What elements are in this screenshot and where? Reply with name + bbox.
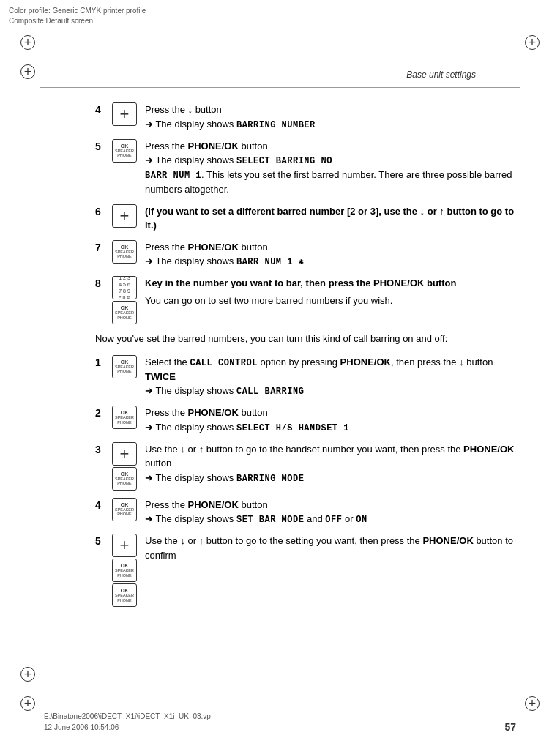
step-b1-number: 1 <box>95 355 111 368</box>
step-5-text: Press the PHONE/OK button ➜ The display … <box>145 139 516 197</box>
step-8-icon: 1 2 34 5 67 8 9* 0 # OK SPEAKERPHONE <box>111 276 138 324</box>
step-b1-icon: OK SPEAKERPHONE <box>111 355 138 378</box>
footer-path: E:\Binatone2006\iDECT_X1i\iDECT_X1i_UK_0… <box>44 711 211 722</box>
phone-ok-icon-b1: OK SPEAKERPHONE <box>112 355 137 378</box>
reg-mark-top-left <box>20 35 35 50</box>
phone-ok-icon-b5a: OK SPEAKERPHONE <box>112 559 137 582</box>
step-b5-number: 5 <box>95 534 111 547</box>
step-8-number: 8 <box>95 276 111 289</box>
plus-icon: + <box>112 102 137 126</box>
step-6-icon: + <box>111 204 138 228</box>
plus-icon-b5: + <box>112 534 137 557</box>
step-7-text: Press the PHONE/OK button ➜ The display … <box>145 240 516 269</box>
plus-icon-b3: + <box>112 442 137 466</box>
page-title: Base unit settings <box>406 70 476 80</box>
phone-ok-icon-2: OK SPEAKERPHONE <box>112 240 137 264</box>
step-b2-text: Press the PHONE/OK button ➜ The display … <box>145 406 516 435</box>
numpad-icon: 1 2 34 5 67 8 9* 0 # <box>112 276 137 299</box>
step-8-text: Key in the number you want to bar, then … <box>145 276 516 307</box>
phone-ok-icon-3: OK SPEAKERPHONE <box>112 301 137 324</box>
plus-icon-2: + <box>112 204 137 228</box>
step-b3-row: 3 + OK SPEAKERPHONE Use the ↓ or ↑ butto… <box>95 442 516 491</box>
step-6-text: (If you want to set a different barred n… <box>145 204 516 233</box>
step-7-icon: OK SPEAKERPHONE <box>111 240 138 264</box>
step-b4-number: 4 <box>95 498 111 511</box>
step-b2-row: 2 OK SPEAKERPHONE Press the PHONE/OK but… <box>95 406 516 435</box>
step-4-text: Press the ↓ button ➜ The display shows B… <box>145 102 516 132</box>
color-profile-line1: Color profile: Generic CMYK printer prof… <box>9 6 146 16</box>
step-b2-icon: OK SPEAKERPHONE <box>111 406 138 429</box>
reg-mark-mid-left <box>20 64 35 79</box>
step-b4-icon: OK SPEAKERPHONE <box>111 498 138 521</box>
step-b5-text: Use the ↓ or ↑ button to go to the setti… <box>145 534 516 562</box>
step-5-row: 5 OK SPEAKERPHONE Press the PHONE/OK but… <box>95 139 516 197</box>
phone-ok-icon-b5b: OK SPEAKERPHONE <box>112 583 137 607</box>
step-b3-number: 3 <box>95 442 111 455</box>
step-5-number: 5 <box>95 139 111 152</box>
reg-mark-bottom-right <box>525 696 540 711</box>
phone-ok-icon-b4: OK SPEAKERPHONE <box>112 498 137 521</box>
phone-ok-icon-b2: OK SPEAKERPHONE <box>112 406 137 429</box>
phone-ok-icon: OK SPEAKERPHONE <box>112 139 137 163</box>
color-profile-header: Color profile: Generic CMYK printer prof… <box>9 6 146 26</box>
step-b2-number: 2 <box>95 406 111 419</box>
page-footer: E:\Binatone2006\iDECT_X1i\iDECT_X1i_UK_0… <box>0 711 560 733</box>
step-b1-row: 1 OK SPEAKERPHONE Select the CALL CONTRO… <box>95 355 516 399</box>
step-6-row: 6 + (If you want to set a different barr… <box>95 204 516 233</box>
step-7-number: 7 <box>95 240 111 253</box>
page: Color profile: Generic CMYK printer prof… <box>0 0 560 746</box>
step-5-icon: OK SPEAKERPHONE <box>111 139 138 163</box>
page-number: 57 <box>504 721 516 733</box>
step-4-number: 4 <box>95 102 111 116</box>
step-8-subtext: You can go on to set two more barred num… <box>145 294 516 308</box>
footer-left: E:\Binatone2006\iDECT_X1i\iDECT_X1i_UK_0… <box>44 711 211 733</box>
phone-ok-icon-b3: OK SPEAKERPHONE <box>112 467 137 491</box>
step-b5-icon: + OK SPEAKERPHONE OK SPEAKERPHONE <box>111 534 138 607</box>
combo-icon-b3: + OK SPEAKERPHONE <box>112 442 137 491</box>
footer-date: 12 June 2006 10:54:06 <box>44 722 211 733</box>
step-b4-text: Press the PHONE/OK button ➜ The display … <box>145 498 516 527</box>
step-4-icon: + <box>111 102 138 126</box>
step-4-row: 4 + Press the ↓ button ➜ The display sho… <box>95 102 516 132</box>
color-profile-line2: Composite Default screen <box>9 16 146 26</box>
combo-icon-b5: + OK SPEAKERPHONE OK SPEAKERPHONE <box>112 534 137 607</box>
reg-mark-top-right <box>525 35 540 50</box>
step-6-number: 6 <box>95 204 111 217</box>
step-b3-text: Use the ↓ or ↑ button to go to the hands… <box>145 442 516 485</box>
reg-mark-bottom-mid-left <box>20 667 35 682</box>
reg-mark-bottom-left <box>20 696 35 711</box>
step-7-row: 7 OK SPEAKERPHONE Press the PHONE/OK but… <box>95 240 516 269</box>
step-b5-row: 5 + OK SPEAKERPHONE OK SPEAKERPHONE Use … <box>95 534 516 607</box>
step-8-row: 8 1 2 34 5 67 8 9* 0 # OK SPEAKERPHONE K… <box>95 276 516 324</box>
step-b3-icon: + OK SPEAKERPHONE <box>111 442 138 491</box>
middle-paragraph: Now you've set the barred numbers, you c… <box>95 332 516 346</box>
combo-icon: 1 2 34 5 67 8 9* 0 # OK SPEAKERPHONE <box>112 276 137 324</box>
step-b1-text: Select the CALL CONTROL option by pressi… <box>145 355 516 399</box>
main-content: 4 + Press the ↓ button ➜ The display sho… <box>95 88 516 607</box>
step-b4-row: 4 OK SPEAKERPHONE Press the PHONE/OK but… <box>95 498 516 527</box>
